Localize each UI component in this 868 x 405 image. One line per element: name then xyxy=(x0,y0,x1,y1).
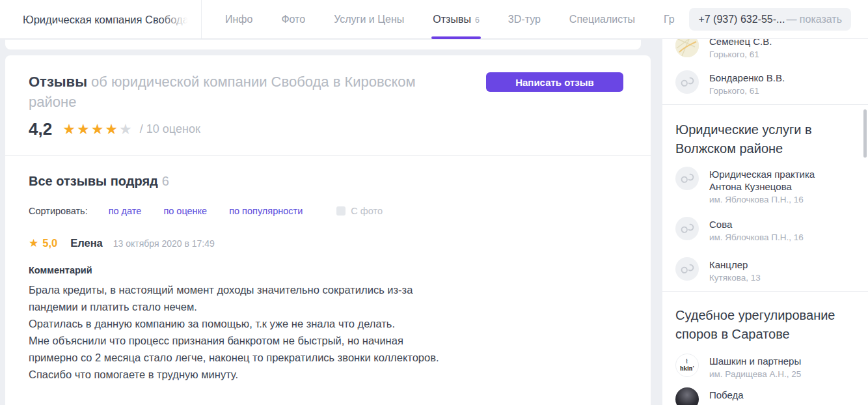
reviews-card: Отзывы об юридической компании Свобода в… xyxy=(5,55,651,405)
photo-filter[interactable]: С фото xyxy=(336,206,383,216)
review-header: ★ 5,0 Елена 13 октября 2020 в 17:49 xyxy=(29,236,215,250)
list-item-name: Канцлер xyxy=(709,258,851,271)
tab-specialists[interactable]: Специалисты xyxy=(569,0,635,39)
scrollbar-thumb[interactable] xyxy=(863,109,867,158)
phone-show-label: — показать xyxy=(786,14,842,25)
sidebar-divider xyxy=(662,291,868,292)
rating-count: / 10 оценок xyxy=(140,122,200,136)
company-name-fade xyxy=(161,7,195,33)
placeholder-glasses-icon xyxy=(675,217,699,240)
sort-by-rating-link[interactable]: по оценке xyxy=(163,206,207,216)
list-item-address: им. Яблочкова П.Н., 16 xyxy=(709,232,851,244)
write-review-button[interactable]: Написать отзыв xyxy=(486,72,623,92)
page: Отзывы об юридической компании Свобода в… xyxy=(0,0,868,405)
section-divider xyxy=(5,155,651,156)
tab-info[interactable]: Инфо xyxy=(225,0,252,39)
star-icon: ★ xyxy=(62,121,77,137)
sort-by-popularity-link[interactable]: по популярности xyxy=(229,206,303,216)
tab-bar: Инфо Фото Услуги и Цены Отзывы6 3D-тур С… xyxy=(225,0,703,39)
sidebar-section-heading: Судебное урегулирование споров в Саратов… xyxy=(675,306,841,344)
list-item[interactable]: Канцлер Кутякова, 13 xyxy=(675,257,851,284)
page-title-rest: об юридической компании Свобода в Кировс… xyxy=(29,74,416,110)
list-item-name: Шашкин и партнеры xyxy=(709,355,851,367)
tab-services-prices[interactable]: Услуги и Цены xyxy=(334,0,404,39)
list-item-name: Юридическая практика Антона Кузнецова xyxy=(709,168,847,193)
review-rating: 5,0 xyxy=(42,237,57,249)
list-item[interactable]: Победа xyxy=(675,387,851,405)
sort-label: Сортировать: xyxy=(29,206,88,216)
list-item[interactable]: Бондаренко В.В. Горького, 61 xyxy=(675,70,851,97)
reviews-list-count: 6 xyxy=(162,174,169,188)
reviews-list-header: Все отзывы подряд6 xyxy=(29,174,169,189)
star-icon: ★ xyxy=(77,121,91,137)
list-item-address: им. Яблочкова П.Н., 16 xyxy=(709,194,847,206)
tab-photo[interactable]: Фото xyxy=(281,0,305,39)
list-item-address: Горького, 61 xyxy=(709,85,851,97)
sort-row: Сортировать: по дате по оценке по популя… xyxy=(29,206,383,216)
photo-filter-checkbox[interactable] xyxy=(336,206,346,216)
tab-reviews-label: Отзывы xyxy=(433,14,471,25)
company-logo-icon: ⌇̇ hkin' xyxy=(675,354,699,377)
list-item[interactable]: Сова им. Яблочкова П.Н., 16 xyxy=(675,217,851,244)
rating-stars: ★★★★★ xyxy=(62,121,133,138)
rating-value: 4,2 xyxy=(29,119,52,139)
previous-card-remnant xyxy=(5,40,641,49)
placeholder-glasses-icon xyxy=(675,257,699,281)
list-item[interactable]: ⌇̇ hkin' Шашкин и партнеры им. Радищева … xyxy=(675,354,851,380)
tab-reviews-count: 6 xyxy=(475,16,480,25)
sidebar-section-heading: Юридические услуги в Волжском районе xyxy=(675,120,841,158)
star-empty-icon: ★ xyxy=(119,121,133,137)
list-item-address: Горького, 61 xyxy=(709,49,851,61)
company-photo-avatar xyxy=(675,387,699,405)
placeholder-glasses-icon xyxy=(675,167,699,190)
list-item-name: Победа xyxy=(709,389,851,401)
tab-3d-tour[interactable]: 3D-тур xyxy=(508,0,541,39)
list-item-address: им. Радищева А.Н., 25 xyxy=(709,369,851,380)
review-text: Брала кредиты, в настоящий момент доходы… xyxy=(29,281,442,383)
sidebar: Семенец С.В. Горького, 61 Бондаренко В.В… xyxy=(662,39,868,405)
placeholder-glasses-icon xyxy=(675,70,699,94)
review-date: 13 октября 2020 в 17:49 xyxy=(113,238,215,249)
star-icon: ★ xyxy=(91,121,105,137)
phone-reveal-button[interactable]: +7 (937) 632-55-... — показать xyxy=(689,8,851,31)
list-item-name: Сова xyxy=(709,218,851,230)
sidebar-divider xyxy=(662,104,868,105)
tab-reviews[interactable]: Отзывы6 xyxy=(433,0,480,39)
comment-label: Комментарий xyxy=(29,265,92,275)
review-author: Елена xyxy=(70,237,103,249)
list-item-address: Кутякова, 13 xyxy=(709,272,851,284)
phone-number: +7 (937) 632-55-... xyxy=(698,14,785,25)
list-item-name: Семенец С.В. xyxy=(709,39,851,48)
star-icon: ★ xyxy=(105,121,119,137)
header-vertical-divider xyxy=(201,0,202,38)
page-title: Отзывы об юридической компании Свобода в… xyxy=(29,72,419,112)
tab-truncated[interactable]: Гр xyxy=(664,0,675,39)
list-item[interactable]: Юридическая практика Антона Кузнецова им… xyxy=(675,167,847,206)
photo-filter-label: С фото xyxy=(351,206,383,216)
page-title-bold: Отзывы xyxy=(29,74,87,90)
list-item-name: Бондаренко В.В. xyxy=(709,72,851,84)
top-navigation-bar: Юридическая компания Свобода Инфо Фото У… xyxy=(0,0,868,39)
list-item[interactable]: Семенец С.В. Горького, 61 xyxy=(675,39,851,61)
map-thumbnail-icon xyxy=(675,39,699,57)
star-icon: ★ xyxy=(29,236,38,250)
logo-text: hkin' xyxy=(680,365,694,372)
sort-by-date-link[interactable]: по дате xyxy=(109,206,142,216)
overall-rating: 4,2 ★★★★★ / 10 оценок xyxy=(29,119,200,139)
reviews-list-title: Все отзывы подряд xyxy=(29,174,158,188)
